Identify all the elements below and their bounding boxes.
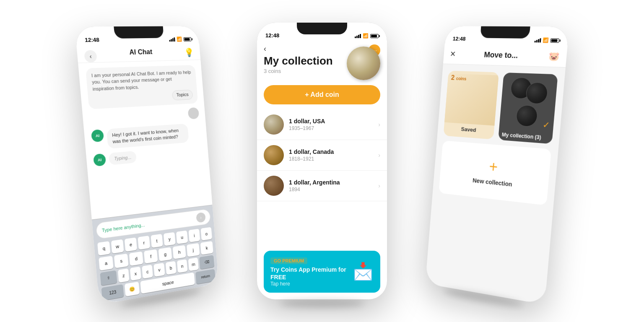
key-emoji[interactable]: 😊 [125,282,140,297]
key-b[interactable]: b [165,261,176,275]
bar2 [171,39,172,42]
bulb-icon: 💡 [184,47,195,57]
coin-info-1: 1 dollar, USA 1935–1967 [289,118,373,131]
key-x[interactable]: x [130,267,141,281]
my-collection-card[interactable]: ✓ My collection (3) [498,73,558,144]
collection-subtitle: 3 coins [264,68,333,74]
key-y[interactable]: y [164,232,176,246]
key-e[interactable]: e [125,237,137,252]
key-delete[interactable]: ⌫ [199,255,214,269]
coin-year-3: 1894 [289,187,373,192]
coin-item-1[interactable]: 1 dollar, USA 1935–1967 › [257,109,387,140]
premium-title: Try Coins App Premium for FREE [270,266,348,281]
coin-info-3: 1 dollar, Argentina 1894 [289,179,373,192]
battery-icon-2 [370,34,379,38]
coin-list: 1 dollar, USA 1935–1967 › 1 dollar, Cana… [257,109,387,247]
new-collection-card[interactable]: + New collection [439,140,551,205]
signal-bars-1 [169,37,175,42]
bar4 [174,37,175,42]
mycollection-coins-visual: ✓ [499,73,558,133]
wifi-icon-3: 📶 [543,37,549,43]
key-j[interactable]: j [187,243,200,257]
collection-title: My collection [264,55,333,67]
piggy-icon: 🐷 [548,51,560,62]
status-icons-1: 📶 [169,36,192,42]
key-return[interactable]: return [195,269,216,284]
topics-button[interactable]: Topics [172,90,193,100]
add-coin-button[interactable]: + Add coin [264,85,380,104]
key-a[interactable]: a [99,256,113,270]
ai-message-row-1: AI Hey! I got it. I want to know, when w… [91,122,201,150]
keyboard-area: Type here anything... › q w e r t y [92,205,219,304]
coin-name-1: 1 dollar, USA [289,118,373,125]
coin-image-argentina [264,176,284,196]
premium-icon: 📩 [353,262,374,281]
ai-avatar-2: AI [93,153,106,166]
ai-bubble-1: Hey! I got it. I want to know, when was … [106,123,189,149]
key-g[interactable]: g [158,247,172,261]
coin-name-3: 1 dollar, Argentina [289,179,373,186]
bar1 [169,40,170,42]
key-k[interactable]: k [200,241,213,255]
battery-icon-3 [550,38,559,43]
coin-item-2[interactable]: 1 dollar, Canada 1818–1921 › [257,140,387,171]
key-n[interactable]: n [177,259,188,273]
user-message-row [89,107,199,125]
moveto-close-button[interactable]: ✕ [449,49,456,59]
key-w[interactable]: w [111,239,124,254]
typing-bubble: Typing... [109,151,137,165]
collection-back-button[interactable]: ‹ [264,44,266,53]
coin-chevron-1: › [378,121,380,128]
premium-go-label: GO PREMIUM [270,257,307,264]
user-avatar [188,107,200,119]
notch-1 [114,26,164,39]
premium-banner[interactable]: GO PREMIUM Try Coins App Premium for FRE… [264,251,380,293]
status-icons-2: 📶 [355,33,379,39]
key-i[interactable]: i [189,229,200,243]
premium-tap: Tap here [270,281,348,287]
phones-container: 12:48 📶 [70,0,574,322]
moveto-header: ✕ Move to... 🐷 [443,44,568,68]
signal-bars-2 [355,34,361,38]
key-123[interactable]: 123 [101,284,124,301]
new-collection-label: New collection [473,177,512,188]
coin-item-3[interactable]: 1 dollar, Argentina 1894 › [257,171,387,201]
signal-bars-3 [535,38,541,43]
saved-label: Saved [461,123,477,135]
coin-year-1: 1935–1967 [289,125,373,131]
key-v[interactable]: v [154,263,165,277]
system-message: I am your personal AI Chat Bot. I am rea… [86,65,198,109]
key-u[interactable]: u [176,231,188,244]
key-h[interactable]: h [173,245,186,260]
premium-text-area: GO PREMIUM Try Coins App Premium for FRE… [270,257,348,287]
saved-card[interactable]: 2 coins Saved [443,71,499,140]
key-f[interactable]: f [144,249,158,263]
key-d[interactable]: d [129,252,143,266]
phone-1: 12:48 📶 [75,26,218,304]
key-s[interactable]: s [114,254,129,268]
coin-image-usa [264,114,284,135]
moveto-title: Move to... [484,50,518,60]
send-button[interactable]: › [196,212,206,223]
moveto-screen: ✕ Move to... 🐷 2 coins [425,44,567,305]
phone-2: 12:48 📶 [257,23,387,299]
wifi-icon-2: 📶 [363,33,369,39]
moveto-grid: 2 coins Saved [432,64,566,213]
notch-2 [297,23,347,34]
key-t[interactable]: t [151,234,163,248]
battery-fill-1 [184,38,190,40]
key-r[interactable]: r [138,236,150,250]
chat-screen: ‹ AI Chat 💡 I am your personal AI Chat B… [77,44,219,305]
saved-count-badge: 2 coins [451,74,467,82]
key-shift[interactable]: ⇧ [100,270,117,286]
key-c[interactable]: c [142,265,153,279]
key-o[interactable]: o [201,227,212,241]
key-m[interactable]: m [188,257,199,271]
notch-3 [480,26,530,39]
key-z[interactable]: z [118,268,130,283]
phone-2-wrapper: 12:48 📶 [257,23,387,299]
saved-coin-bg: 2 coins [444,73,499,125]
coin-year-2: 1818–1921 [289,156,373,162]
keyboard-placeholder[interactable]: Type here anything... [102,222,145,233]
key-q[interactable]: q [97,241,110,256]
